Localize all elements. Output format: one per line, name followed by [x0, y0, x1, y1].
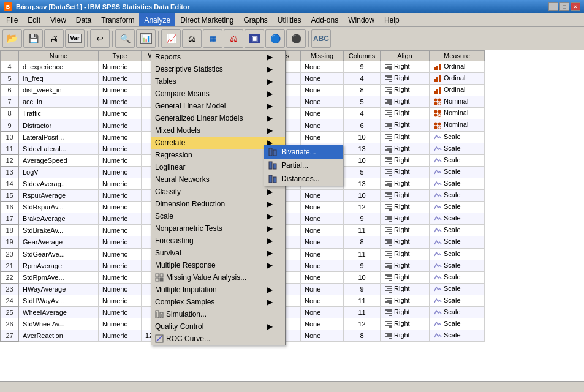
cell-type[interactable]: Numeric [99, 271, 142, 283]
cell-align[interactable]: Right [381, 202, 430, 213]
cell-name[interactable]: AverageSpeed [19, 154, 99, 166]
cell-missing[interactable]: None [301, 108, 344, 119]
menu-edit[interactable]: Edit [23, 13, 45, 26]
menu-data[interactable]: Data [71, 13, 96, 26]
cell-missing[interactable]: None [301, 318, 344, 330]
cell-name[interactable]: HWayAverage [19, 283, 99, 295]
cell-type[interactable]: Numeric [99, 248, 142, 260]
cell-columns[interactable]: 12 [344, 318, 381, 330]
cell-align[interactable]: Right [381, 178, 430, 189]
cell-name[interactable]: StdRspurAv... [19, 202, 99, 213]
cell-type[interactable]: Numeric [99, 283, 142, 295]
find-button[interactable]: 🔍 [115, 29, 135, 48]
cell-measure[interactable]: Scale [430, 283, 485, 295]
cell-name[interactable]: StdRpmAve... [19, 271, 99, 283]
cell-measure[interactable]: Scale [430, 143, 485, 154]
cell-measure[interactable]: Scale [430, 248, 485, 260]
cell-align[interactable]: Right [381, 213, 430, 225]
cell-align[interactable]: Right [381, 96, 430, 108]
menu-compare-means[interactable]: Compare Means▶ [151, 88, 285, 100]
cell-type[interactable]: Numeric [99, 202, 142, 213]
cell-measure[interactable]: Scale [430, 154, 485, 166]
variables-button[interactable]: Var [65, 29, 85, 48]
menu-help[interactable]: Help [379, 13, 404, 26]
menu-quality-control[interactable]: Quality Control▶ [151, 320, 285, 333]
submenu-bivariate[interactable]: Bivariate... [264, 145, 343, 159]
cell-columns[interactable]: 9 [344, 283, 381, 295]
menu-transform[interactable]: Transform [96, 13, 139, 26]
menu-classify[interactable]: Classify▶ [151, 186, 285, 198]
cell-columns[interactable]: 9 [344, 260, 381, 271]
toolbar-btn-6[interactable]: ⚖ [182, 29, 202, 48]
header-columns[interactable]: Columns [344, 51, 381, 61]
cell-missing[interactable]: None [301, 73, 344, 85]
cell-type[interactable]: Numeric [99, 108, 142, 119]
minimize-button[interactable]: _ [548, 2, 558, 11]
cell-measure[interactable]: Scale [430, 306, 485, 318]
menu-multiple-imputation[interactable]: Multiple Imputation▶ [151, 284, 285, 296]
menu-roc-curve[interactable]: ROC Curve... [151, 333, 285, 345]
cell-missing[interactable]: None [301, 213, 344, 225]
cell-type[interactable]: Numeric [99, 143, 142, 154]
cell-type[interactable]: Numeric [99, 318, 142, 330]
cell-name[interactable]: WheelAverage [19, 306, 99, 318]
cell-columns[interactable]: 10 [344, 190, 381, 202]
chart-button[interactable]: 📈 [161, 29, 181, 48]
cell-missing[interactable]: None [301, 202, 344, 213]
cell-name[interactable]: LogV [19, 166, 99, 178]
cell-columns[interactable]: 4 [344, 108, 381, 119]
cell-align[interactable]: Right [381, 108, 430, 119]
cell-columns[interactable]: 13 [344, 143, 381, 154]
cell-columns[interactable]: 8 [344, 236, 381, 248]
menu-window[interactable]: Window [343, 13, 379, 26]
cell-columns[interactable]: 11 [344, 225, 381, 236]
cell-align[interactable]: Right [381, 330, 430, 342]
toolbar-btn-11[interactable]: ⚫ [286, 29, 306, 48]
cell-columns[interactable]: 9 [344, 61, 381, 73]
cell-type[interactable]: Numeric [99, 236, 142, 248]
cell-columns[interactable]: 8 [344, 85, 381, 96]
menu-file[interactable]: File [1, 13, 23, 26]
menu-nonparametric[interactable]: Nonparametric Tests▶ [151, 222, 285, 235]
cell-measure[interactable]: Nominal [430, 108, 485, 119]
menu-multiple-response[interactable]: Multiple Response▶ [151, 259, 285, 271]
cell-name[interactable]: LateralPosit... [19, 131, 99, 143]
menu-tables[interactable]: Tables▶ [151, 75, 285, 88]
cell-name[interactable]: acc_in [19, 96, 99, 108]
cell-measure[interactable]: Scale [430, 318, 485, 330]
cell-missing[interactable]: None [301, 131, 344, 143]
open-button[interactable]: 📂 [2, 29, 22, 48]
cell-missing[interactable]: None [301, 236, 344, 248]
cell-missing[interactable]: None [301, 306, 344, 318]
cell-columns[interactable]: 10 [344, 131, 381, 143]
cell-columns[interactable]: 11 [344, 306, 381, 318]
cell-measure[interactable]: Scale [430, 190, 485, 202]
cell-measure[interactable]: Scale [430, 202, 485, 213]
cell-type[interactable]: Numeric [99, 154, 142, 166]
cell-align[interactable]: Right [381, 131, 430, 143]
menu-view[interactable]: View [45, 13, 71, 26]
cell-columns[interactable]: 6 [344, 119, 381, 131]
menu-gzlm[interactable]: Generalized Linear Models▶ [151, 112, 285, 124]
cell-name[interactable]: StdBrakeAv... [19, 225, 99, 236]
cell-type[interactable]: Numeric [99, 213, 142, 225]
cell-align[interactable]: Right [381, 154, 430, 166]
cell-measure[interactable]: Scale [430, 131, 485, 143]
cell-missing[interactable]: None [301, 119, 344, 131]
toolbar-btn-7[interactable]: ▦ [203, 29, 222, 48]
cell-align[interactable]: Right [381, 119, 430, 131]
cell-name[interactable]: StdevAverag... [19, 178, 99, 189]
cell-columns[interactable]: 9 [344, 213, 381, 225]
header-missing[interactable]: Missing [301, 51, 344, 61]
cell-align[interactable]: Right [381, 295, 430, 306]
cell-type[interactable]: Numeric [99, 61, 142, 73]
cell-name[interactable]: d_experience [19, 61, 99, 73]
cell-type[interactable]: Numeric [99, 166, 142, 178]
cell-align[interactable]: Right [381, 190, 430, 202]
cell-name[interactable]: StdevLateral... [19, 143, 99, 154]
toolbar-btn-9[interactable]: ▣ [245, 29, 264, 48]
header-name[interactable]: Name [19, 51, 99, 61]
data-grid[interactable]: Name Type Width Decimals Label Values Mi… [0, 50, 584, 381]
cell-type[interactable]: Numeric [99, 178, 142, 189]
undo-button[interactable]: ↩ [90, 29, 110, 48]
